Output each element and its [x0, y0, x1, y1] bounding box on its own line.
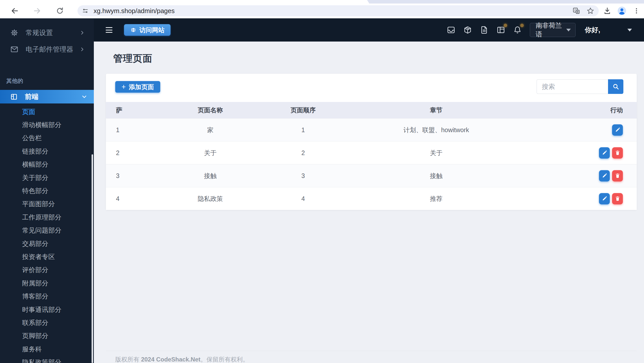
admin-navbar: 访问网站 南非荷兰语 你好,: [94, 18, 644, 42]
sidebar-subitem[interactable]: 常见问题部分: [0, 224, 94, 237]
sidebar-subitem[interactable]: 公告栏: [0, 132, 94, 145]
inbox-icon[interactable]: [447, 26, 455, 34]
sidebar-item-general-settings[interactable]: 常规设置: [0, 24, 94, 41]
download-button[interactable]: [602, 6, 612, 16]
translate-icon[interactable]: G: [572, 7, 581, 15]
profile-avatar: [617, 6, 627, 16]
back-button[interactable]: [10, 6, 20, 16]
sidebar-subitem[interactable]: 服务科: [0, 343, 94, 356]
cell-sa: 2: [106, 149, 149, 157]
column-header: 页面名称: [149, 106, 272, 114]
cell-page-name: 隐私政策: [149, 195, 272, 203]
search-icon: [612, 83, 619, 90]
table-body: 1 家 1 计划、联盟、howitwork 2 关于 2 关于 3 接触 3 接…: [106, 118, 637, 210]
active-tab[interactable]: [0, 0, 362, 4]
sidebar-subitem[interactable]: 横幅部分: [0, 158, 94, 171]
menu-kebab-icon: [633, 7, 640, 15]
table-row: 3 接触 3 接触: [106, 164, 637, 187]
package-icon[interactable]: [463, 26, 472, 34]
cell-sa: 3: [106, 172, 149, 179]
language-selected-value: 南非荷兰语: [536, 21, 566, 39]
edit-button[interactable]: [599, 147, 610, 159]
language-select[interactable]: 南非荷兰语: [530, 23, 576, 37]
sidebar: 常规设置 电子邮件管理器 其他的 前端 页面滑动横幅部分公告栏链接部分横幅部分关…: [0, 18, 94, 363]
user-greeting: 你好,: [585, 25, 600, 34]
sidebar-toggle-button[interactable]: [106, 27, 112, 33]
bell-icon[interactable]: [513, 26, 522, 34]
sidebar-subitem[interactable]: 工作原理部分: [0, 211, 94, 224]
cell-actions: [538, 193, 637, 204]
browser-menu-button[interactable]: [631, 6, 641, 16]
screen: xg.hwym.shop/admin/pages G: [0, 0, 644, 363]
delete-button[interactable]: [612, 193, 623, 204]
sidebar-subitem[interactable]: 隐私政策部分: [0, 356, 94, 363]
sidebar-subitem[interactable]: 联系部分: [0, 316, 94, 329]
sidebar-subitem[interactable]: 页面: [0, 105, 94, 118]
sidebar-subitem[interactable]: 时事通讯部分: [0, 303, 94, 316]
forward-button[interactable]: [32, 6, 42, 16]
sidebar-scrollbar-thumb[interactable]: [92, 154, 93, 363]
download-icon: [603, 7, 611, 15]
mail-icon: [10, 45, 19, 54]
main-content: 管理页面 + 添加页面 萨页面名称页面顺序章节行动 1 家 1 计划、联盟、ho…: [94, 42, 644, 363]
sidebar-subitem[interactable]: 特色部分: [0, 184, 94, 197]
user-menu-caret-icon[interactable]: [627, 29, 632, 31]
globe-icon: [130, 27, 137, 33]
tab-strip: [0, 0, 644, 4]
search-input[interactable]: [537, 79, 608, 94]
sidebar-subitem[interactable]: 博客部分: [0, 290, 94, 303]
reload-button[interactable]: [55, 6, 65, 16]
pencil-icon: [602, 150, 607, 156]
delete-button[interactable]: [612, 170, 623, 182]
sidebar-subitem[interactable]: 附属部分: [0, 277, 94, 290]
pages-table: 萨页面名称页面顺序章节行动 1 家 1 计划、联盟、howitwork 2 关于…: [106, 102, 637, 210]
sidebar-subitem[interactable]: 页脚部分: [0, 330, 94, 343]
address-bar[interactable]: xg.hwym.shop/admin/pages G: [77, 5, 599, 16]
cell-actions: [538, 147, 637, 159]
cell-page-name: 关于: [149, 149, 272, 157]
cell-actions: [538, 170, 637, 182]
gear-icon: [10, 28, 19, 37]
column-header: 萨: [106, 106, 149, 114]
chevron-right-icon: [79, 46, 85, 52]
notification-badge: [520, 24, 524, 27]
navbar-icon-group: [447, 26, 522, 34]
pencil-icon: [602, 173, 607, 178]
sidebar-subitem[interactable]: 关于部分: [0, 171, 94, 184]
sidebar-item-email-manager[interactable]: 电子邮件管理器: [0, 41, 94, 58]
browser-toolbar: xg.hwym.shop/admin/pages G: [0, 4, 644, 18]
visit-site-button[interactable]: 访问网站: [124, 24, 171, 36]
footer-text: 版权所有: [115, 356, 141, 363]
trash-icon: [615, 196, 620, 201]
search-button[interactable]: [608, 79, 623, 94]
sidebar-subitem[interactable]: 交易部分: [0, 237, 94, 250]
caret-down-icon: [566, 29, 571, 31]
table-icon[interactable]: [497, 26, 505, 34]
edit-button[interactable]: [612, 124, 623, 136]
chevron-down-icon: [81, 93, 88, 100]
sidebar-subitem[interactable]: 评价部分: [0, 264, 94, 277]
sidebar-item-label: 常规设置: [26, 28, 79, 37]
sidebar-subitem[interactable]: 链接部分: [0, 145, 94, 158]
bookmark-star-icon[interactable]: [586, 7, 595, 15]
add-page-button[interactable]: + 添加页面: [115, 81, 160, 93]
sidebar-subitem[interactable]: 投资者专区: [0, 250, 94, 263]
table-row: 2 关于 2 关于: [106, 141, 637, 164]
visit-site-label: 访问网站: [139, 26, 165, 34]
edit-button[interactable]: [599, 193, 610, 204]
url-text[interactable]: xg.hwym.shop/admin/pages: [94, 7, 572, 15]
cell-page-order: 3: [272, 172, 334, 179]
edit-button[interactable]: [599, 170, 610, 182]
delete-button[interactable]: [612, 147, 623, 159]
sidebar-item-frontend[interactable]: 前端: [0, 90, 94, 103]
pencil-icon: [602, 196, 607, 201]
cell-sa: 1: [106, 126, 149, 134]
sidebar-subitem[interactable]: 滑动横幅部分: [0, 118, 94, 131]
sidebar-subitem[interactable]: 平面图部分: [0, 198, 94, 211]
plus-icon: +: [122, 83, 126, 91]
site-info-icon[interactable]: [81, 7, 90, 15]
sidebar-submenu: 页面滑动横幅部分公告栏链接部分横幅部分关于部分特色部分平面图部分工作原理部分常见…: [0, 105, 94, 363]
profile-button[interactable]: [617, 6, 627, 16]
document-icon[interactable]: [480, 26, 489, 34]
reload-icon: [56, 7, 64, 15]
